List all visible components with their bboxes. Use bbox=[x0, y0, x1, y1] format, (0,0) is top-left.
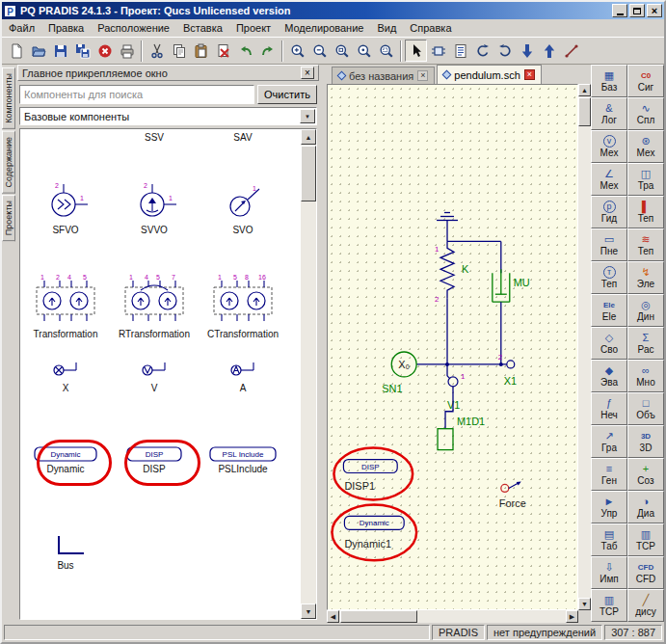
scroll-left-button[interactable]: ◀ bbox=[327, 610, 339, 623]
scroll-down-button[interactable]: ▼ bbox=[301, 604, 316, 619]
category-spl-button[interactable]: ∿Спл bbox=[627, 97, 664, 130]
schematic-canvas[interactable]: 1 2 K MU X₀ SN1 2 bbox=[327, 84, 578, 610]
save-button[interactable] bbox=[49, 40, 71, 62]
dock-tab-components[interactable]: Компоненты bbox=[2, 67, 15, 129]
category-baz-button[interactable]: ▦Баз bbox=[591, 65, 627, 97]
component-item-transformation[interactable]: 1245 Transformation bbox=[22, 272, 109, 339]
category-tep2-button[interactable]: ≋Теп bbox=[627, 228, 664, 261]
component-item-svvo[interactable]: 21 SVVO bbox=[111, 179, 198, 235]
canvas-vertical-scrollbar[interactable]: ▲ ▼ bbox=[578, 84, 591, 610]
category-dia-button[interactable]: ◑Диа bbox=[627, 491, 664, 523]
tab-close-icon[interactable]: × bbox=[417, 70, 428, 81]
component-item-pslinclude[interactable]: PSL Include PSLInclude bbox=[200, 445, 286, 474]
zoom-full-button[interactable] bbox=[353, 40, 375, 62]
menu-simulation[interactable]: Моделирование bbox=[278, 20, 370, 36]
tab-close-icon[interactable]: × bbox=[524, 69, 535, 80]
component-item-x[interactable]: X bbox=[22, 357, 109, 393]
scrollbar-thumb[interactable] bbox=[578, 97, 591, 126]
scroll-down-button[interactable]: ▼ bbox=[578, 598, 591, 610]
dock-tab-contents[interactable]: Содержание bbox=[2, 131, 15, 194]
category-imp-button[interactable]: ⇩Имп bbox=[591, 556, 627, 589]
category-gra-button[interactable]: ↗Гра bbox=[591, 425, 627, 458]
category-ele-button[interactable]: ↯Эле bbox=[627, 261, 664, 294]
dock-tab-projects[interactable]: Проекты bbox=[2, 195, 15, 241]
close-button[interactable]: × bbox=[647, 4, 662, 17]
category-gen-button[interactable]: ≡Ген bbox=[591, 458, 627, 491]
redo-button[interactable] bbox=[256, 40, 279, 62]
menu-file[interactable]: Файл bbox=[2, 20, 41, 36]
category-ele-lib-button[interactable]: EleEle bbox=[591, 294, 627, 327]
component-item-svo[interactable]: 1 SVO bbox=[200, 179, 286, 235]
category-tra-button[interactable]: ◫Тра bbox=[627, 163, 664, 196]
category-tsr2-button[interactable]: ▥ТСР bbox=[591, 589, 627, 622]
category-gid-button[interactable]: pГид bbox=[591, 196, 627, 228]
category-soz-button[interactable]: +Соз bbox=[627, 458, 664, 491]
insert-text-button[interactable] bbox=[449, 40, 471, 62]
category-obj-button[interactable]: □Объ bbox=[627, 392, 664, 425]
zoom-in-button[interactable] bbox=[286, 40, 308, 62]
category-nech-button[interactable]: ƒНеч bbox=[591, 392, 627, 425]
scroll-up-button[interactable]: ▲ bbox=[578, 84, 591, 96]
tab-untitled[interactable]: без названия × bbox=[332, 67, 435, 84]
component-search-input[interactable] bbox=[19, 85, 254, 104]
category-tab-button[interactable]: ▤Таб bbox=[591, 523, 627, 556]
move-up-button[interactable] bbox=[538, 40, 560, 62]
insert-component-button[interactable] bbox=[427, 40, 449, 62]
zoom-area-button[interactable] bbox=[375, 40, 397, 62]
dock-title-bar[interactable]: Главное прикрепляемое окно × bbox=[17, 65, 319, 81]
category-upr-button[interactable]: ►Упр bbox=[591, 491, 627, 523]
category-pne-button[interactable]: ▭Пне bbox=[591, 228, 627, 261]
dock-splitter[interactable] bbox=[320, 65, 327, 623]
rotate-cw-button[interactable] bbox=[493, 40, 516, 62]
cut-button[interactable] bbox=[146, 40, 168, 62]
component-item-a[interactable]: A bbox=[200, 357, 286, 393]
new-file-button[interactable] bbox=[5, 40, 27, 62]
component-list-scrollbar[interactable]: ▲ ▼ bbox=[301, 129, 316, 619]
scrollbar-thumb[interactable] bbox=[340, 610, 417, 623]
tab-pendulum[interactable]: pendulum.sch × bbox=[437, 65, 542, 84]
move-down-button[interactable] bbox=[516, 40, 538, 62]
component-item-bus[interactable]: Bus bbox=[22, 534, 109, 571]
category-eva-button[interactable]: ◆Эва bbox=[591, 360, 627, 392]
menu-edit[interactable]: Правка bbox=[41, 20, 91, 36]
insert-wire-button[interactable] bbox=[560, 40, 582, 62]
menu-help[interactable]: Справка bbox=[403, 20, 458, 36]
category-cfd-button[interactable]: CFDCFD bbox=[627, 556, 664, 589]
category-ras-button[interactable]: ΣРас bbox=[627, 327, 664, 360]
category-mno-button[interactable]: ∞Мно bbox=[627, 360, 664, 392]
category-dropdown[interactable]: Базовые компоненты ▼ bbox=[19, 107, 317, 125]
component-item-rtransformation[interactable]: 1457 RTransformation bbox=[111, 272, 198, 339]
close-document-button[interactable] bbox=[93, 40, 116, 62]
component-item-sav[interactable]: SAV bbox=[200, 131, 286, 143]
rotate-ccw-button[interactable] bbox=[471, 40, 493, 62]
open-button[interactable] bbox=[27, 40, 49, 62]
menu-layout[interactable]: Расположение bbox=[91, 20, 176, 36]
zoom-out-button[interactable] bbox=[308, 40, 331, 62]
maximize-button[interactable] bbox=[629, 4, 645, 17]
component-item-disp[interactable]: DISP DISP bbox=[111, 445, 198, 474]
category-tep3-button[interactable]: тТеп bbox=[591, 261, 627, 294]
title-bar[interactable]: P PQ PRADIS 24.1.3 - Проект: Qucs Unlice… bbox=[2, 2, 664, 19]
category-svo-button[interactable]: ◇Сво bbox=[591, 327, 627, 360]
category-tsr1-button[interactable]: ▥ТСР bbox=[627, 523, 664, 556]
category-3d-button[interactable]: 3D3D bbox=[627, 425, 664, 458]
category-tep1-button[interactable]: ▌Теп bbox=[627, 196, 664, 228]
scroll-right-button[interactable]: ▶ bbox=[566, 610, 578, 623]
component-item-ctransformation[interactable]: 15816 CTransformation bbox=[200, 272, 286, 339]
minimize-button[interactable] bbox=[612, 4, 627, 17]
component-item-v[interactable]: V bbox=[111, 357, 198, 393]
canvas-horizontal-scrollbar[interactable]: ◀ ▶ bbox=[327, 610, 578, 623]
category-mech-gear-button[interactable]: ⊛Мех bbox=[627, 130, 664, 163]
save-all-button[interactable] bbox=[71, 40, 93, 62]
clear-search-button[interactable]: Очистить bbox=[257, 85, 317, 104]
zoom-fit-button[interactable] bbox=[331, 40, 353, 62]
category-log-button[interactable]: &Лог bbox=[591, 97, 627, 130]
menu-project[interactable]: Проект bbox=[229, 20, 278, 36]
select-tool-button[interactable] bbox=[405, 40, 427, 62]
menu-view[interactable]: Вид bbox=[370, 20, 403, 36]
component-item-ssv[interactable]: SSV bbox=[111, 131, 198, 143]
menu-insert[interactable]: Вставка bbox=[176, 20, 229, 36]
component-item-dynamic[interactable]: Dynamic Dynamic bbox=[22, 445, 109, 474]
scroll-up-button[interactable]: ▲ bbox=[301, 129, 316, 145]
undo-button[interactable] bbox=[234, 40, 256, 62]
